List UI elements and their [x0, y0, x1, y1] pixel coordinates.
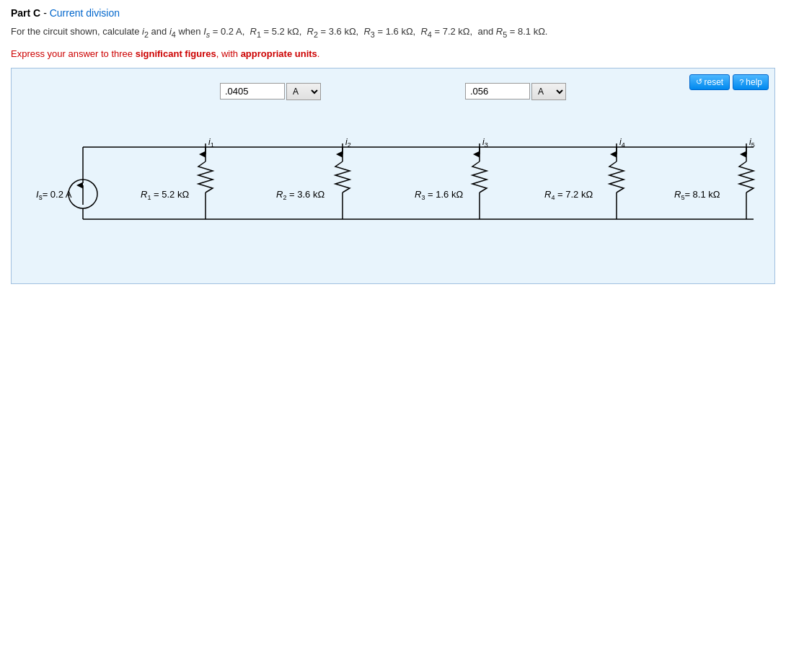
problem-statement: For the circuit shown, calculate i2 and … — [11, 25, 775, 41]
circuit-diagram: Is= 0.2 A — [25, 104, 761, 248]
help-button[interactable]: ? help — [733, 74, 769, 90]
is-label: Is= 0.2 A — [36, 189, 72, 201]
circuit-container: ↺ reset ? help A mA μA A — [11, 68, 775, 284]
answer-input-1[interactable] — [220, 83, 285, 100]
r3-label: R3 = 1.6 kΩ — [415, 189, 463, 201]
i3-label: i3 — [482, 137, 488, 149]
part-title: Current division — [50, 7, 120, 19]
help-icon: ? — [739, 78, 743, 87]
reset-label: reset — [705, 77, 724, 87]
i2-label: i2 — [345, 137, 351, 149]
reset-icon: ↺ — [696, 77, 702, 87]
i4-label: i4 — [619, 137, 625, 149]
page-wrapper: Part C - Current division For the circui… — [0, 0, 786, 291]
unit-select-1[interactable]: A mA μA — [286, 83, 321, 100]
r5-label: R5= 8.1 kΩ — [674, 189, 720, 201]
i5-label: i5 — [749, 137, 755, 149]
help-label: help — [746, 77, 762, 87]
part-label: Part C — [11, 7, 40, 19]
r2-label: R2 = 3.6 kΩ — [276, 189, 324, 201]
r1-label: R1 = 5.2 kΩ — [141, 189, 189, 201]
answer-input-2[interactable] — [465, 83, 530, 100]
answer-inputs: A mA μA A mA μA — [19, 83, 767, 100]
circuit-svg-wrapper: Is= 0.2 A — [19, 104, 767, 248]
toolbar: ↺ reset ? help — [689, 74, 769, 90]
r4-label: R4 = 7.2 kΩ — [544, 189, 593, 201]
express-answer: Express your answer to three significant… — [11, 48, 775, 59]
reset-button[interactable]: ↺ reset — [689, 74, 730, 90]
part-header: Part C - Current division — [11, 7, 775, 19]
part-separator: - — [43, 7, 50, 19]
answer-group-1: A mA μA — [220, 83, 321, 100]
unit-select-2[interactable]: A mA μA — [531, 83, 566, 100]
i1-label: i1 — [208, 137, 214, 149]
answer-group-2: A mA μA — [465, 83, 566, 100]
